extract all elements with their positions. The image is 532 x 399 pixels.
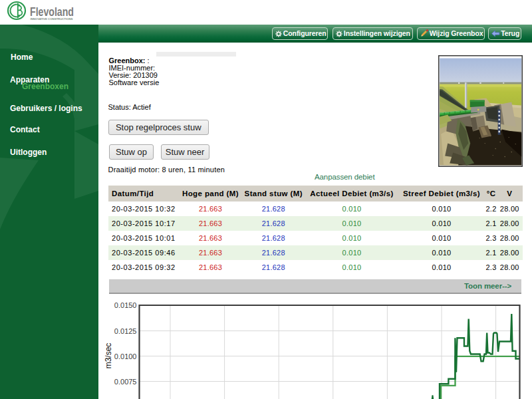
svg-text:0.0150: 0.0150	[114, 301, 137, 309]
svg-text:0.0075: 0.0075	[114, 378, 137, 386]
svg-text:INNOVATIVE CONSTRUCTIONS: INNOVATIVE CONSTRUCTIONS	[31, 17, 73, 21]
svg-text:Flevoland: Flevoland	[30, 5, 74, 19]
svg-text:0.0100: 0.0100	[114, 352, 137, 360]
svg-text:m3/sec: m3/sec	[104, 343, 113, 369]
svg-text:0.0125: 0.0125	[114, 327, 137, 335]
